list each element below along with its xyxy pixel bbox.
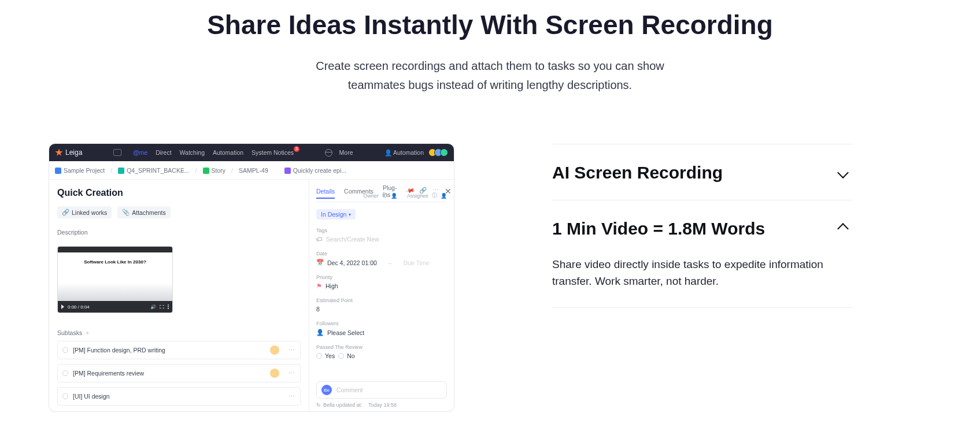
- logo-star-icon: [55, 148, 63, 157]
- topnav-automation-right[interactable]: 👤 Automation: [384, 149, 424, 157]
- point-value[interactable]: 8: [316, 306, 320, 313]
- topnav-direct[interactable]: Direct: [156, 149, 171, 156]
- tag-icon: 🏷: [316, 236, 323, 243]
- subtask-more-icon[interactable]: ⋯: [289, 347, 295, 354]
- comment-input[interactable]: Be Comment: [316, 381, 447, 399]
- add-subtask-button[interactable]: +: [86, 329, 89, 336]
- subtask-more-icon[interactable]: ⋯: [289, 393, 295, 400]
- globe-icon[interactable]: [325, 149, 332, 157]
- info-icon[interactable]: ⓘ: [382, 192, 387, 199]
- sprint-icon: [118, 168, 124, 174]
- volume-icon[interactable]: 🔊: [150, 304, 156, 310]
- breadcrumb: Sample Project / Q4_SPRINT_BACKE... / St…: [49, 161, 454, 180]
- priority-value[interactable]: High: [326, 282, 338, 289]
- video-controls[interactable]: 0:00 / 0:04 🔊 ⛶: [58, 301, 172, 313]
- tab-details[interactable]: Details: [316, 188, 335, 199]
- field-tags: Tags 🏷 Search/Create New: [316, 228, 447, 243]
- topnav-systemnotices[interactable]: System Notices 3: [252, 149, 294, 156]
- status-chip[interactable]: In Design ▾: [316, 209, 356, 220]
- accordion-toggle[interactable]: AI Screen Recording: [552, 144, 853, 200]
- project-icon: [55, 168, 61, 174]
- subtask-more-icon[interactable]: ⋯: [289, 370, 295, 377]
- accordion-title: 1 Min Video = 1.8M Words: [552, 219, 765, 239]
- topnav-more[interactable]: More: [339, 149, 353, 156]
- review-no-option[interactable]: No: [338, 352, 354, 359]
- flag-icon: ⚑: [316, 282, 322, 289]
- video-attachment[interactable]: Software Look Like In 2030? 0:00 / 0:04 …: [57, 246, 173, 313]
- user-avatar: Be: [321, 385, 332, 395]
- accordion-item-ai-screen-recording: AI Screen Recording: [552, 144, 853, 200]
- person-icon: 👤: [316, 329, 324, 336]
- field-point: Estimated Point 8: [316, 298, 447, 313]
- attachments-chip[interactable]: 📎 Attachments: [117, 206, 170, 218]
- description-label: Description: [57, 229, 301, 236]
- subtask-radio[interactable]: [62, 393, 68, 399]
- automation-right-label: Automation: [393, 149, 424, 156]
- page-subtitle: Create screen recordings and attach them…: [294, 57, 687, 95]
- crumb-story[interactable]: Story: [203, 167, 226, 174]
- topnav-atme[interactable]: @me: [133, 149, 147, 156]
- field-review: Passed The Review Yes No: [316, 344, 447, 359]
- play-icon[interactable]: [61, 304, 64, 309]
- topnav-automation[interactable]: Automation: [213, 149, 243, 156]
- field-date: Date 📅 Dec 4, 2022 01:00 – Due Time: [316, 251, 447, 266]
- subtask-title: [UI] UI design: [73, 393, 110, 400]
- task-left-pane: Quick Creation 🔗 Linked works 📎 Attachme…: [49, 180, 309, 411]
- linked-works-chip[interactable]: 🔗 Linked works: [57, 206, 112, 218]
- topnav: @me Direct Watching Automation System No…: [133, 149, 294, 156]
- accordion-item-1min-video: 1 Min Video = 1.8M Words Share video dir…: [552, 200, 853, 307]
- subtask-title: [PM] Requirements review: [73, 370, 144, 377]
- accordion-toggle[interactable]: 1 Min Video = 1.8M Words: [552, 200, 853, 256]
- avatar-group[interactable]: [431, 148, 448, 157]
- assignee-empty[interactable]: [270, 392, 279, 401]
- tags-input[interactable]: Search/Create New: [326, 236, 379, 243]
- collapse-sidebar-icon[interactable]: [113, 149, 121, 156]
- task-title: Quick Creation: [57, 188, 301, 198]
- date-value[interactable]: Dec 4, 2022 01:00: [327, 259, 377, 266]
- video-page-headline: Software Look Like In 2030?: [58, 252, 172, 271]
- crumb-id[interactable]: SAMPL-49: [239, 167, 268, 174]
- video-time: 0:00 / 0:04: [68, 304, 90, 310]
- owner-label: Owner: [363, 193, 379, 199]
- due-time-label[interactable]: Due Time: [404, 259, 430, 266]
- epic-icon: [284, 168, 291, 174]
- story-icon: [203, 168, 209, 174]
- chevron-up-icon: [837, 223, 849, 235]
- subtask-title: [PM] Function design, PRD writing: [73, 347, 165, 354]
- person-icon[interactable]: 👤: [441, 193, 447, 199]
- subtasks-label: Subtasks +: [57, 329, 301, 336]
- topnav-watching[interactable]: Watching: [180, 149, 205, 156]
- app-logo: Leiga: [55, 148, 82, 157]
- assignee-avatar[interactable]: [270, 345, 279, 355]
- subtask-row[interactable]: [PM] Requirements review ⋯: [57, 364, 301, 382]
- chevron-down-icon: [837, 167, 849, 179]
- assignee-avatar[interactable]: [270, 369, 279, 378]
- crumb-epic[interactable]: Quickly create epi...: [284, 167, 346, 174]
- subtask-row[interactable]: [PM] Function design, PRD writing ⋯: [57, 341, 301, 359]
- chevron-down-icon: ▾: [349, 212, 351, 217]
- review-yes-option[interactable]: Yes: [316, 352, 335, 359]
- page-title: Share Ideas Instantly With Screen Record…: [0, 9, 980, 40]
- calendar-icon: 📅: [316, 259, 324, 266]
- info-icon[interactable]: ⓘ: [432, 192, 437, 199]
- app-mockup: Leiga @me Direct Watching Automation Sys…: [49, 144, 454, 411]
- accordion-body: Share video directly inside tasks to exp…: [552, 256, 853, 307]
- crumb-sprint[interactable]: Q4_SPRINT_BACKE...: [118, 167, 190, 174]
- field-followers: Followers 👤 Please Select: [316, 321, 447, 336]
- video-more-icon[interactable]: [168, 304, 169, 309]
- feature-accordion: AI Screen Recording 1 Min Video = 1.8M W…: [552, 144, 853, 308]
- subtask-row[interactable]: [UI] UI design ⋯: [57, 387, 301, 406]
- video-page-body: [58, 271, 172, 301]
- updated-row: ↻ Bella updated at: Today 19:58: [316, 402, 447, 408]
- history-icon[interactable]: ↻: [316, 402, 321, 408]
- task-right-pane: Details Comments Plug-ins 📌 🔗 ⋯ ✕ In Des…: [309, 180, 454, 411]
- fullscreen-icon[interactable]: ⛶: [160, 304, 164, 310]
- app-topbar: Leiga @me Direct Watching Automation Sys…: [49, 144, 454, 161]
- crumb-sample-project[interactable]: Sample Project: [55, 167, 105, 174]
- subtask-radio[interactable]: [62, 347, 68, 353]
- followers-input[interactable]: Please Select: [327, 329, 364, 336]
- subtask-radio[interactable]: [62, 370, 68, 376]
- person-icon[interactable]: 👤: [391, 193, 397, 199]
- topnav-systemnotices-label: System Notices: [252, 149, 294, 156]
- field-priority: Priority ⚑ High: [316, 274, 447, 289]
